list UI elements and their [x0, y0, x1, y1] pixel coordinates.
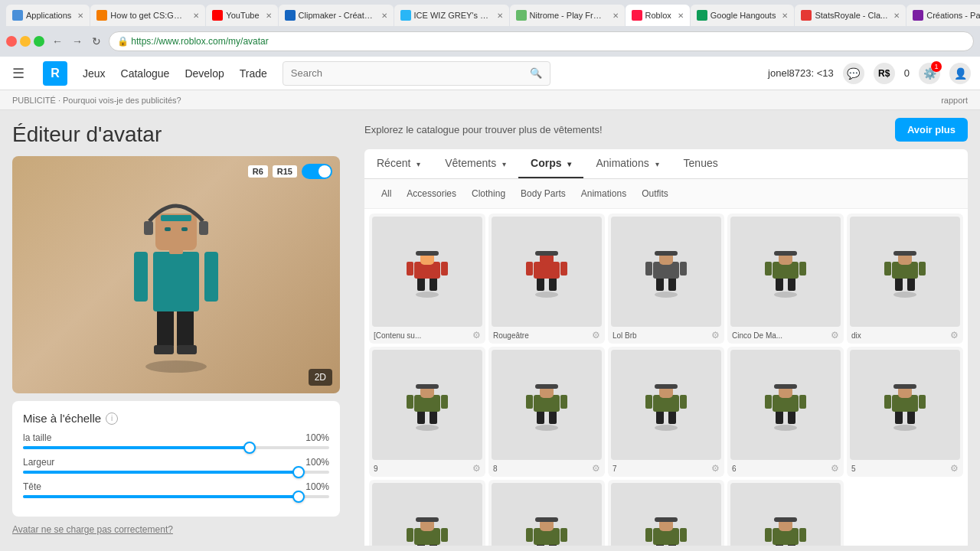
item-gear-icon[interactable]: ⚙ [592, 463, 600, 474]
roblox-logo[interactable]: R [43, 61, 67, 86]
item-name: dix [851, 331, 861, 340]
item-gear-icon[interactable]: ⚙ [950, 330, 959, 341]
item-gear-icon[interactable]: ⚙ [472, 330, 481, 341]
browser-tab[interactable]: Créations - Panzoid✕ [906, 5, 980, 26]
nav-link-jeux[interactable]: Jeux [83, 67, 106, 80]
item-gear-icon[interactable]: ⚙ [472, 463, 481, 474]
svg-rect-94 [893, 384, 916, 389]
svg-point-79 [774, 425, 797, 431]
item-gear-icon[interactable]: ⚙ [711, 463, 720, 474]
item-gear-icon[interactable]: ⚙ [592, 330, 600, 341]
close-window-button[interactable] [6, 36, 17, 47]
svg-rect-19 [407, 262, 413, 276]
r6-badge[interactable]: R6 [248, 165, 268, 178]
nav-link-trade[interactable]: Trade [240, 67, 267, 80]
search-icon[interactable]: 🔍 [530, 67, 542, 79]
sub-tab-clothing[interactable]: Clothing [464, 185, 513, 202]
cat-tab-tenues[interactable]: Tenues [671, 149, 730, 178]
svg-point-63 [535, 425, 558, 431]
sub-tab-accessories[interactable]: Accessories [399, 185, 464, 202]
svg-rect-44 [799, 262, 806, 276]
svg-rect-126 [774, 517, 797, 522]
ad-report[interactable]: rapport [941, 96, 968, 105]
chat-icon[interactable]: 💬 [843, 63, 864, 84]
item-card[interactable]: [Contenu su... ⚙ [369, 214, 485, 344]
scale-slider-1[interactable] [23, 471, 329, 474]
maximize-window-button[interactable] [34, 36, 44, 47]
sub-tab-outfits[interactable]: Outfits [634, 185, 676, 202]
search-input[interactable] [291, 67, 530, 79]
item-card[interactable]: Rougeâtre ⚙ [488, 214, 605, 344]
item-card[interactable]: 8 ⚙ [488, 347, 605, 477]
right-header: Explorez le catalogue pour trouver plus … [364, 118, 968, 142]
avatar-error-link[interactable]: Avatar ne se charge pas correctement? [12, 524, 340, 535]
view-2d-button[interactable]: 2D [309, 369, 332, 386]
nav-username: jonel8723: <13 [768, 67, 834, 79]
item-card[interactable]: 2 ⚙ [608, 480, 724, 546]
item-gear-icon[interactable]: ⚙ [950, 463, 959, 474]
svg-point-47 [893, 292, 916, 298]
sub-tab-all[interactable]: All [374, 185, 399, 202]
item-card[interactable]: 1 ⚙ [727, 480, 844, 546]
scale-slider-2[interactable] [23, 495, 329, 498]
browser-tab[interactable]: YouTube✕ [206, 5, 277, 26]
scale-slider-0[interactable] [23, 446, 329, 449]
item-card[interactable]: 9 ⚙ [369, 347, 485, 477]
sub-tab-body-parts[interactable]: Body Parts [513, 185, 573, 202]
scale-info-icon[interactable]: i [106, 412, 118, 425]
robux-icon[interactable]: R$ [874, 63, 895, 84]
svg-rect-20 [441, 262, 448, 276]
item-card[interactable]: 7 ⚙ [608, 347, 724, 477]
item-gear-icon[interactable]: ⚙ [831, 463, 839, 474]
svg-rect-123 [765, 528, 772, 542]
item-card[interactable]: 4 ⚙ [369, 480, 485, 546]
r15-badge[interactable]: R15 [273, 165, 297, 178]
browser-tab[interactable]: Roblox✕ [626, 5, 690, 26]
minimize-window-button[interactable] [20, 36, 31, 47]
r15-toggle[interactable] [302, 164, 332, 179]
svg-rect-102 [416, 517, 439, 522]
forward-button[interactable]: → [69, 34, 86, 49]
back-button[interactable]: ← [49, 34, 66, 49]
item-footer: dix ⚙ [850, 330, 960, 341]
cat-tab-corps[interactable]: Corps ▾ [518, 149, 583, 178]
browser-tab[interactable]: Google Hangouts✕ [691, 5, 795, 26]
ad-bar: PUBLICITÉ · Pourquoi vois-je des publici… [0, 90, 980, 110]
item-card[interactable]: 5 ⚙ [847, 347, 963, 477]
scale-value: 100% [305, 481, 329, 492]
browser-tab[interactable]: ICE WIZ GREY's #8QC...✕ [394, 5, 509, 26]
item-footer: 7 ⚙ [611, 463, 721, 474]
item-card[interactable]: 3 ⚙ [488, 480, 605, 546]
item-card[interactable]: Lol Brb ⚙ [608, 214, 724, 344]
svg-rect-1 [157, 309, 174, 347]
cat-tab-vêtements[interactable]: Vêtements ▾ [433, 149, 518, 178]
sub-tab-animations[interactable]: Animations [573, 185, 634, 202]
browser-tab[interactable]: Clipmaker - Créateur ...✕ [279, 5, 394, 26]
browser-tabs-bar: Applications✕How to get CS:GO FR...✕YouT… [0, 0, 980, 26]
browser-tab[interactable]: How to get CS:GO FR...✕ [90, 5, 205, 26]
url-secure-icon: 🔒 [117, 36, 129, 47]
address-bar[interactable]: 🔒 https://www.roblox.com/my/avatar [109, 31, 974, 51]
nav-link-catalogue[interactable]: Catalogue [121, 67, 170, 80]
cat-tab-animations[interactable]: Animations ▾ [583, 149, 671, 178]
item-gear-icon[interactable]: ⚙ [711, 330, 720, 341]
avoir-plus-button[interactable]: Avoir plus [895, 118, 968, 142]
reload-button[interactable]: ↻ [89, 34, 104, 49]
account-icon[interactable]: 👤 [949, 63, 971, 84]
browser-tab[interactable]: Nitrome - Play Free Ga...✕ [510, 5, 625, 26]
search-bar[interactable]: 🔍 [283, 61, 550, 86]
settings-icon[interactable]: ⚙️ 1 [919, 63, 940, 84]
item-card[interactable]: Cinco De Ma... ⚙ [727, 214, 844, 344]
item-name: 5 [851, 465, 856, 473]
item-card[interactable]: dix ⚙ [847, 214, 963, 344]
nav-link-develop[interactable]: Develop [185, 67, 224, 80]
browser-tab[interactable]: StatsRoyale - Cla...✕ [795, 5, 906, 26]
cat-tab-récent[interactable]: Récent ▾ [364, 149, 433, 178]
item-image [730, 350, 841, 460]
hamburger-icon[interactable]: ☰ [9, 62, 28, 85]
item-gear-icon[interactable]: ⚙ [831, 330, 839, 341]
item-image [372, 483, 482, 546]
item-card[interactable]: 6 ⚙ [727, 347, 844, 477]
svg-point-0 [145, 360, 207, 373]
browser-tab[interactable]: Applications✕ [6, 5, 90, 26]
